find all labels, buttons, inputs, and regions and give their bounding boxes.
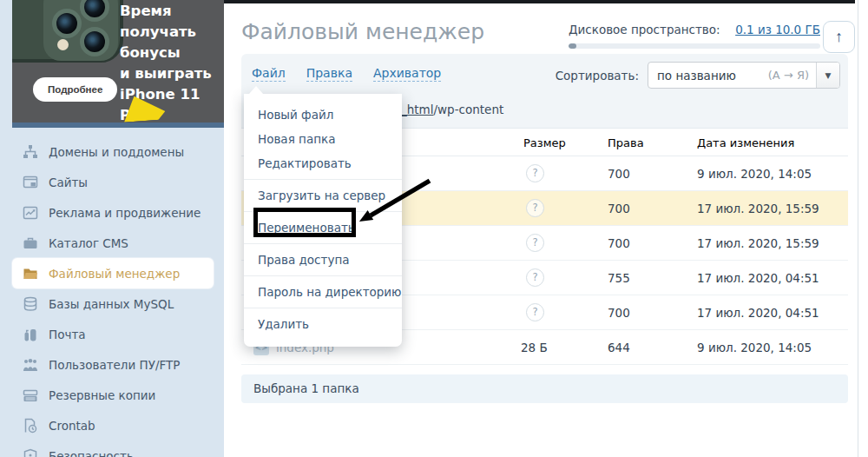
annotation-highlight-box <box>253 208 356 237</box>
menu-item-permissions[interactable]: Права доступа <box>244 248 402 272</box>
date-cell: 17 июл. 2020, 04:51 <box>697 271 819 285</box>
breadcrumb-current: /wp-content <box>434 103 504 116</box>
banner-details-button[interactable]: Подробнее <box>33 77 117 102</box>
briefcase-icon <box>23 235 38 251</box>
sidebar-item-label: Файловый менеджер <box>49 267 180 281</box>
camera-lens-icon <box>52 9 82 38</box>
folder-icon <box>23 266 38 281</box>
size-help-icon[interactable]: ? <box>526 303 544 321</box>
sort-select[interactable]: по названию (А → Я) ▼ <box>648 62 840 89</box>
sidebar-item-label: Домены и поддомены <box>49 145 184 159</box>
menu-item-new-folder[interactable]: Новая папка <box>244 127 402 151</box>
banner-line: Время <box>120 1 224 22</box>
chevron-down-icon[interactable]: ▼ <box>816 63 839 88</box>
sidebar-item-label: Каталог CMS <box>49 236 128 250</box>
sort-label: Сортировать: <box>556 69 639 83</box>
disk-usage-fill <box>569 43 576 49</box>
scroll-top-button[interactable]: ↑ <box>823 21 855 53</box>
sidebar-item-users-ftp[interactable]: Пользователи ПУ/FTP <box>12 349 214 380</box>
disk-space-value-link[interactable]: 0.1 из 10.0 ГБ <box>735 23 820 36</box>
dropdown-caret <box>249 86 263 94</box>
file-clock-icon <box>23 418 38 434</box>
sidebar-item-label: Crontab <box>49 419 95 433</box>
file-manager-screen: Время получать бонусы и выиграть iPhone … <box>0 0 868 457</box>
menu-archiver[interactable]: Архиватор <box>373 66 441 82</box>
column-date: Дата изменения <box>697 136 794 149</box>
page-title: Файловый менеджер <box>241 19 484 44</box>
main-content: Файловый менеджер Дисковое пространство:… <box>224 0 868 457</box>
banner-bottom-bar <box>12 123 224 128</box>
menu-bar: Файл Правка Архиватор <box>252 66 441 82</box>
database-icon <box>23 296 38 312</box>
size-cell: 28 Б <box>521 341 548 354</box>
growth-chart-icon <box>23 205 38 221</box>
menu-edit[interactable]: Правка <box>306 66 352 82</box>
camera-lens-icon <box>80 27 109 56</box>
sidebar-item-cms-catalog[interactable]: Каталог CMS <box>12 228 214 258</box>
menu-separator <box>244 308 402 308</box>
rights-cell: 644 <box>608 341 630 354</box>
menu-separator <box>244 243 402 244</box>
sort-controls: Сортировать: по названию (А → Я) ▼ <box>556 62 840 89</box>
camera-flash-icon <box>57 39 69 50</box>
disk-space-label: Дисковое пространство: <box>569 23 720 36</box>
banner-line: бонусы <box>120 43 224 63</box>
sidebar-item-ads[interactable]: Реклама и продвижение <box>12 197 214 228</box>
sidebar-item-domains[interactable]: Домены и поддомены <box>12 136 214 167</box>
rights-cell: 700 <box>608 306 630 320</box>
sidebar-item-crontab[interactable]: Crontab <box>12 410 214 440</box>
scrollbar-track[interactable] <box>858 0 858 457</box>
date-cell: 17 июл. 2020, 04:51 <box>697 306 819 320</box>
size-help-icon[interactable]: ? <box>526 234 544 252</box>
users-icon <box>23 357 38 373</box>
sidebar-item-label: Резервные копии <box>49 388 155 402</box>
column-rights: Права <box>608 136 644 149</box>
selection-status-bar: Выбрана 1 папка <box>241 374 848 403</box>
disk-usage-bar <box>569 43 820 49</box>
sidebar-item-label: Пользователи ПУ/FTP <box>49 358 180 372</box>
breadcrumb: _html/wp-content <box>401 103 503 116</box>
breadcrumb-link[interactable]: _html <box>401 103 434 116</box>
rights-cell: 700 <box>608 236 630 250</box>
sidebar: Время получать бонусы и выиграть iPhone … <box>0 0 224 457</box>
rights-cell: 755 <box>608 271 630 285</box>
backup-archive-icon <box>23 387 38 403</box>
annotation-arrow <box>347 176 434 229</box>
banner-line: получать <box>120 22 224 43</box>
column-size: Размер <box>523 136 566 149</box>
size-help-icon[interactable]: ? <box>526 164 544 182</box>
menu-item-edit[interactable]: Редактировать <box>244 151 402 176</box>
sidebar-item-label: Безопасность <box>49 449 134 457</box>
date-cell: 9 июл. 2020, 14:05 <box>697 341 812 354</box>
sidebar-item-label: Почта <box>49 328 86 341</box>
sitemap-icon <box>23 144 38 160</box>
menu-item-delete[interactable]: Удалить <box>244 312 402 336</box>
size-help-icon[interactable]: ? <box>526 199 544 217</box>
sort-direction: (А → Я) <box>768 69 809 82</box>
size-help-icon[interactable]: ? <box>526 268 544 287</box>
sidebar-item-backups[interactable]: Резервные копии <box>12 380 214 410</box>
menu-file[interactable]: Файл <box>252 66 286 82</box>
date-cell: 17 июл. 2020, 15:59 <box>697 202 819 215</box>
sidebar-item-security[interactable]: Безопасность <box>12 440 214 457</box>
rights-cell: 700 <box>608 167 630 181</box>
iphone-promo-banner[interactable]: Время получать бонусы и выиграть iPhone … <box>12 0 224 123</box>
menu-item-new-file[interactable]: Новый файл <box>244 103 402 127</box>
mail-icon <box>23 327 38 342</box>
sidebar-item-mysql[interactable]: Базы данных MySQL <box>12 288 214 319</box>
sort-selected-value: по названию <box>648 69 768 83</box>
shield-icon <box>23 448 38 457</box>
sidebar-item-label: Базы данных MySQL <box>49 297 174 311</box>
date-cell: 9 июл. 2020, 14:05 <box>697 167 812 181</box>
menu-separator <box>244 275 402 276</box>
date-cell: 17 июл. 2020, 15:59 <box>697 236 819 250</box>
sidebar-item-file-manager[interactable]: Файловый менеджер <box>12 258 214 288</box>
banner-line: и выиграть <box>120 63 224 84</box>
sidebar-item-label: Реклама и продвижение <box>49 206 201 220</box>
sidebar-item-label: Сайты <box>49 176 88 189</box>
sidebar-item-sites[interactable]: Сайты <box>12 167 214 197</box>
menu-item-password-directory[interactable]: Пароль на директорию <box>244 280 402 304</box>
up-arrow-icon: ↑ <box>835 28 843 45</box>
sidebar-item-mail[interactable]: Почта <box>12 319 214 349</box>
browser-window-icon <box>23 175 38 190</box>
